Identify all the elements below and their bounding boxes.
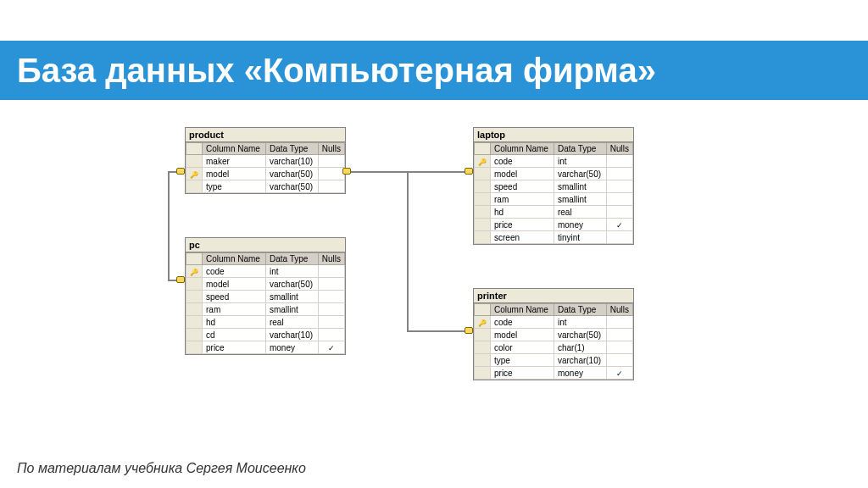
table-row: typevarchar(50) bbox=[186, 180, 345, 193]
column-name: hd bbox=[203, 316, 266, 329]
table-rows-laptop: 🔑codeintmodelvarchar(50)speedsmallintram… bbox=[475, 155, 633, 244]
column-name: screen bbox=[491, 231, 554, 244]
col-header-type: Data Type bbox=[554, 304, 606, 316]
column-name: price bbox=[203, 341, 266, 354]
relation-port-icon bbox=[465, 327, 473, 334]
column-name: color bbox=[491, 341, 554, 354]
column-nulls bbox=[606, 329, 632, 341]
col-header-key bbox=[475, 304, 491, 316]
primary-key-icon: 🔑 bbox=[186, 168, 203, 180]
table-row: speedsmallint bbox=[186, 291, 345, 303]
table-grid-product: Column Name Data Type Nulls makervarchar… bbox=[186, 142, 345, 193]
table-printer: printer Column Name Data Type Nulls 🔑cod… bbox=[473, 288, 634, 380]
column-type: char(1) bbox=[554, 341, 606, 354]
column-type: smallint bbox=[265, 291, 318, 303]
table-rows-pc: 🔑codeintmodelvarchar(50)speedsmallintram… bbox=[186, 265, 345, 354]
table-product: product Column Name Data Type Nulls make… bbox=[185, 127, 346, 194]
key-cell-empty bbox=[475, 367, 491, 380]
key-cell-empty bbox=[186, 291, 203, 303]
table-rows-printer: 🔑codeintmodelvarchar(50)colorchar(1)type… bbox=[475, 316, 633, 380]
column-type: varchar(10) bbox=[265, 329, 318, 341]
key-cell-empty bbox=[186, 180, 203, 193]
table-row: typevarchar(10) bbox=[475, 354, 633, 367]
column-type: money bbox=[554, 219, 606, 231]
col-header-name: Column Name bbox=[203, 253, 266, 265]
column-nulls bbox=[606, 180, 632, 193]
primary-key-icon: 🔑 bbox=[186, 265, 203, 278]
column-name: price bbox=[491, 367, 554, 380]
key-cell-empty bbox=[186, 316, 203, 329]
relation-line bbox=[168, 171, 170, 280]
column-type: varchar(50) bbox=[554, 168, 606, 180]
table-row: modelvarchar(50) bbox=[475, 168, 633, 180]
column-nulls bbox=[318, 329, 344, 341]
column-name: model bbox=[491, 168, 554, 180]
table-row: modelvarchar(50) bbox=[186, 278, 345, 291]
col-header-name: Column Name bbox=[491, 304, 554, 316]
column-nulls bbox=[606, 206, 632, 219]
table-row: 🔑codeint bbox=[475, 316, 633, 329]
key-cell-empty bbox=[475, 193, 491, 206]
key-cell-empty bbox=[186, 341, 203, 354]
primary-key-icon: 🔑 bbox=[475, 155, 491, 168]
primary-key-icon: 🔑 bbox=[475, 316, 491, 329]
column-nulls: ✓ bbox=[318, 341, 344, 354]
table-grid-pc: Column Name Data Type Nulls 🔑codeintmode… bbox=[186, 252, 345, 354]
col-header-type: Data Type bbox=[554, 143, 606, 155]
column-type: smallint bbox=[554, 180, 606, 193]
table-row: ramsmallint bbox=[186, 303, 345, 316]
column-nulls: ✓ bbox=[606, 367, 632, 380]
column-nulls bbox=[606, 341, 632, 354]
column-name: speed bbox=[203, 291, 266, 303]
column-type: varchar(50) bbox=[265, 278, 318, 291]
table-row: modelvarchar(50) bbox=[475, 329, 633, 341]
table-row: screentinyint bbox=[475, 231, 633, 244]
column-name: type bbox=[203, 180, 266, 193]
column-name: code bbox=[491, 316, 554, 329]
column-name: model bbox=[203, 278, 266, 291]
table-title-pc: pc bbox=[186, 238, 345, 252]
key-cell-empty bbox=[475, 354, 491, 367]
key-cell-empty bbox=[475, 219, 491, 231]
col-header-key bbox=[475, 143, 491, 155]
table-row: pricemoney✓ bbox=[186, 341, 345, 354]
key-cell-empty bbox=[475, 329, 491, 341]
relation-port-icon bbox=[176, 276, 185, 283]
column-name: model bbox=[203, 168, 266, 180]
column-type: varchar(50) bbox=[265, 180, 318, 193]
col-header-nulls: Nulls bbox=[318, 253, 344, 265]
table-row: hdreal bbox=[186, 316, 345, 329]
col-header-nulls: Nulls bbox=[606, 143, 632, 155]
column-type: money bbox=[265, 341, 318, 354]
column-name: cd bbox=[203, 329, 266, 341]
column-nulls bbox=[606, 316, 632, 329]
table-grid-laptop: Column Name Data Type Nulls 🔑codeintmode… bbox=[474, 142, 633, 244]
table-row: 🔑modelvarchar(50) bbox=[186, 168, 345, 180]
column-type: money bbox=[554, 367, 606, 380]
column-nulls bbox=[318, 155, 344, 168]
column-name: hd bbox=[491, 206, 554, 219]
key-cell-empty bbox=[186, 278, 203, 291]
column-type: tinyint bbox=[554, 231, 606, 244]
relation-line bbox=[346, 171, 473, 173]
table-row: ramsmallint bbox=[475, 193, 633, 206]
col-header-name: Column Name bbox=[491, 143, 554, 155]
column-type: varchar(10) bbox=[265, 155, 318, 168]
key-cell-empty bbox=[186, 329, 203, 341]
key-cell-empty bbox=[186, 303, 203, 316]
column-nulls bbox=[318, 180, 344, 193]
column-type: varchar(50) bbox=[265, 168, 318, 180]
column-name: code bbox=[203, 265, 266, 278]
column-nulls bbox=[606, 231, 632, 244]
column-type: int bbox=[554, 316, 606, 329]
table-title-laptop: laptop bbox=[474, 128, 633, 142]
col-header-nulls: Nulls bbox=[606, 304, 632, 316]
column-type: varchar(50) bbox=[554, 329, 606, 341]
key-cell-empty bbox=[186, 155, 203, 168]
column-type: varchar(10) bbox=[554, 354, 606, 367]
key-cell-empty bbox=[475, 180, 491, 193]
table-rows-product: makervarchar(10)🔑modelvarchar(50)typevar… bbox=[186, 155, 345, 193]
table-row: 🔑codeint bbox=[186, 265, 345, 278]
column-nulls: ✓ bbox=[606, 219, 632, 231]
table-row: 🔑codeint bbox=[475, 155, 633, 168]
